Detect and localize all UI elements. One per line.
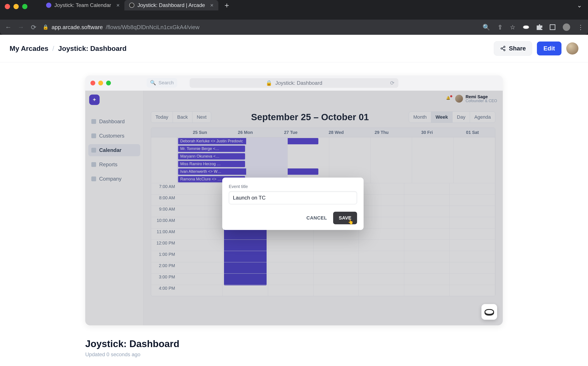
nav-reload-icon[interactable]: ⟳ (30, 23, 37, 31)
svg-point-1 (501, 48, 503, 49)
url-path: /flows/Wb8qDlDnNciLn1cxGkA4/view (106, 24, 200, 31)
svg-line-3 (502, 47, 504, 48)
arcade-badge-button[interactable] (481, 304, 497, 320)
cancel-button[interactable]: CANCEL (304, 212, 329, 224)
zoom-icon[interactable]: 🔍 (483, 24, 490, 31)
event-title-label: Event title (229, 184, 357, 189)
browser-toolbar: ← → ⟳ 🔒 app.arcade.software/flows/Wb8qDl… (0, 20, 588, 35)
breadcrumb-root[interactable]: My Arcades (10, 45, 48, 53)
breadcrumb-page: Joystick: Dashboard (58, 45, 127, 53)
save-button[interactable]: SAVE 👆 (333, 212, 357, 224)
nav-forward-icon: → (17, 23, 24, 31)
tab-title: Joystick: Team Calendar (54, 2, 111, 8)
url-host: app.arcade.software (52, 24, 103, 31)
browser-tab-2[interactable]: Joystick: Dashboard | Arcade × (124, 0, 218, 10)
app-header: My Arcades / Joystick: Dashboard Share E… (0, 35, 588, 62)
share-sheet-icon[interactable]: ⇪ (497, 24, 503, 31)
arcade-preview-frame: 🔒 Joystick: Dashboard ⟳ ✦ Dashboard Cust… (85, 76, 503, 325)
bookmark-star-icon[interactable]: ☆ (510, 24, 515, 31)
sidepanel-icon[interactable] (550, 24, 555, 30)
preview-close-dot (91, 81, 95, 85)
address-bar[interactable]: 🔒 app.arcade.software/flows/Wb8qDlDnNciL… (43, 24, 199, 31)
browser-tabs: Joystick: Team Calendar × Joystick: Dash… (0, 0, 588, 10)
preview-title: Joystick: Dashboard (275, 80, 322, 86)
event-title-modal: Event title CANCEL SAVE 👆 (222, 178, 364, 230)
profile-avatar-icon[interactable] (563, 23, 570, 31)
share-button[interactable]: Share (494, 41, 532, 56)
search-icon: 🔍 (150, 80, 156, 86)
event-title-input[interactable] (229, 191, 357, 204)
extension-arcade-icon[interactable] (523, 25, 529, 29)
tab-title: Joystick: Dashboard | Arcade (137, 2, 205, 8)
extensions-icon[interactable] (537, 24, 542, 30)
svg-line-4 (502, 49, 504, 50)
share-icon (500, 46, 506, 51)
tab-close-icon[interactable]: × (116, 2, 120, 9)
breadcrumb-separator: / (48, 45, 58, 53)
preview-url-pill: 🔒 Joystick: Dashboard ⟳ (190, 78, 398, 88)
favicon-icon (129, 3, 134, 8)
arcade-title: Joystick: Dashboard (85, 338, 503, 349)
nav-back-icon[interactable]: ← (5, 23, 12, 31)
search-input[interactable]: 🔍 Search (147, 78, 177, 88)
arcade-updated-text: Updated 0 seconds ago (85, 351, 503, 358)
lock-icon: 🔒 (266, 80, 272, 86)
preview-minimize-dot (98, 81, 103, 85)
new-tab-button[interactable]: ＋ (218, 0, 235, 10)
kebab-menu-icon[interactable]: ⋮ (578, 24, 583, 31)
cursor-icon: 👆 (348, 219, 354, 225)
svg-point-0 (504, 46, 505, 48)
favicon-icon (46, 3, 51, 8)
edit-button[interactable]: Edit (537, 41, 561, 55)
svg-point-2 (504, 49, 505, 51)
browser-tab-1[interactable]: Joystick: Team Calendar × (41, 0, 124, 10)
reload-icon: ⟳ (390, 80, 395, 86)
account-avatar[interactable] (566, 42, 578, 54)
share-button-label: Share (509, 45, 526, 52)
search-placeholder: Search (159, 80, 174, 86)
tab-close-icon[interactable]: × (210, 2, 214, 9)
lock-icon: 🔒 (43, 24, 48, 30)
preview-zoom-dot (106, 81, 111, 85)
arcade-logo-icon (485, 309, 494, 315)
edit-button-label: Edit (543, 45, 555, 52)
tabs-overflow-icon[interactable]: ⌄ (577, 2, 588, 9)
